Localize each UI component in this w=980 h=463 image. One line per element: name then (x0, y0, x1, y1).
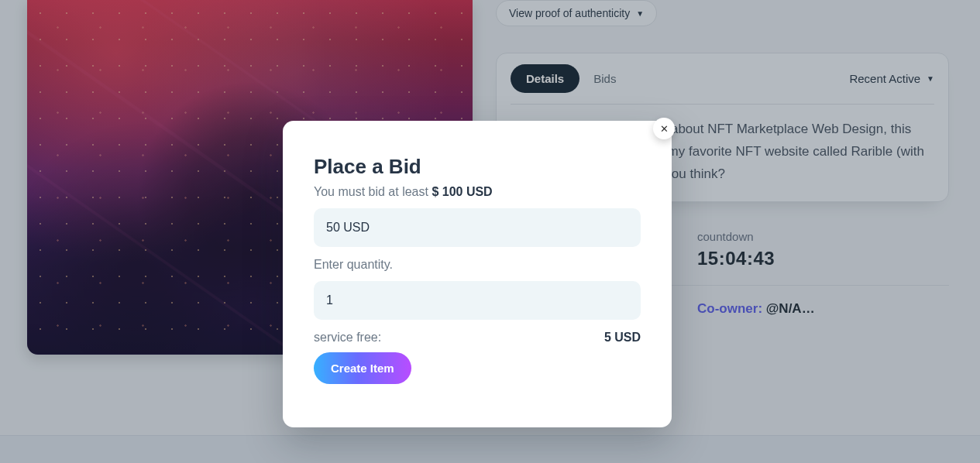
service-fee-label: service free: (314, 331, 381, 345)
modal-min-bid: $ 100 USD (432, 185, 492, 198)
modal-title: Place a Bid (314, 155, 641, 179)
quantity-input[interactable] (314, 281, 641, 320)
bid-amount-input[interactable] (314, 208, 641, 247)
place-bid-modal: ✕ Place a Bid You must bid at least $ 10… (283, 121, 672, 427)
modal-sub-prefix: You must bid at least (314, 185, 432, 198)
quantity-label: Enter quantity. (314, 258, 641, 272)
modal-subtitle: You must bid at least $ 100 USD (314, 185, 641, 199)
create-item-button[interactable]: Create Item (314, 352, 411, 384)
service-fee-value: 5 USD (604, 331, 641, 345)
close-icon: ✕ (660, 123, 669, 135)
close-button[interactable]: ✕ (653, 118, 675, 139)
